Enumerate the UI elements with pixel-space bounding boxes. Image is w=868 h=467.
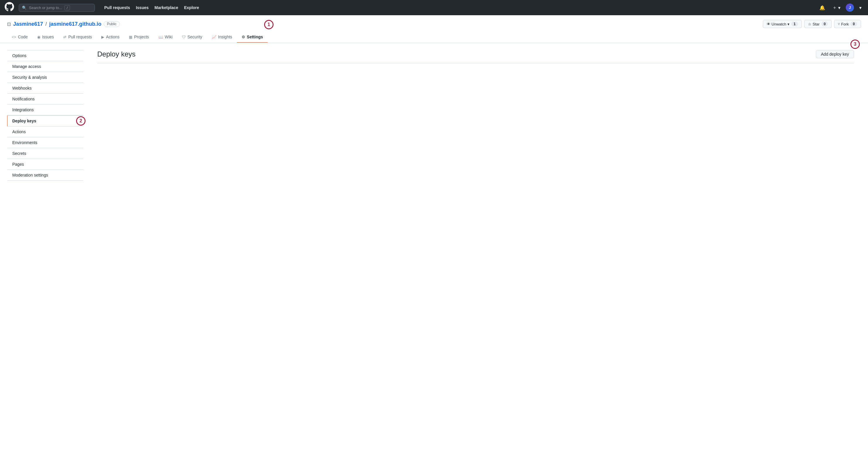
sidebar-item-integrations[interactable]: Integrations xyxy=(7,104,83,115)
wiki-icon: 📖 xyxy=(158,35,163,39)
bell-icon: 🔔 xyxy=(819,5,825,10)
projects-icon: ▦ xyxy=(129,35,132,39)
tab-wiki-label: Wiki xyxy=(165,35,173,39)
chevron-down-icon: ▾ xyxy=(838,5,840,10)
insights-icon: 📈 xyxy=(212,35,216,39)
separator: / xyxy=(45,21,47,27)
page-title: Deploy keys xyxy=(97,50,135,58)
tab-security[interactable]: 🛡 Security xyxy=(177,32,207,43)
star-icon: ☆ xyxy=(808,22,811,26)
repo-icon: ⊡ xyxy=(7,21,11,27)
watch-button[interactable]: 👁 Unwatch ▾ 1 xyxy=(763,20,802,28)
nav-explore[interactable]: Explore xyxy=(182,3,201,12)
settings-icon: ⚙ xyxy=(242,35,245,39)
search-bar[interactable]: 🔍 Search or jump to... / xyxy=(19,4,95,12)
tab-pr-label: Pull requests xyxy=(68,35,92,39)
tab-issues[interactable]: ◉ Issues xyxy=(32,32,59,43)
nav-links: Pull requests Issues Marketplace Explore xyxy=(102,3,202,12)
sidebar-item-notifications[interactable]: Notifications xyxy=(7,94,83,104)
visibility-badge: Public xyxy=(104,21,120,27)
tab-pull-requests[interactable]: ⇄ Pull requests xyxy=(59,32,97,43)
sidebar-item-options[interactable]: Options xyxy=(7,50,83,61)
sidebar-item-security-analysis[interactable]: Security & analysis xyxy=(7,72,83,83)
plus-icon: ＋ xyxy=(832,5,837,11)
tab-projects[interactable]: ▦ Projects xyxy=(124,32,154,43)
settings-sidebar: Options Manage access Security & analysi… xyxy=(7,50,83,456)
repo-header: ⊡ Jasmine617 / jasmine617.github.io Publ… xyxy=(0,15,868,43)
github-logo xyxy=(5,2,14,13)
eye-icon: 👁 xyxy=(767,22,771,26)
nav-issues[interactable]: Issues xyxy=(133,3,151,12)
sidebar-item-secrets[interactable]: Secrets xyxy=(7,148,83,159)
settings-header: Deploy keys Add deploy key 3 xyxy=(97,50,854,63)
nav-pull-requests[interactable]: Pull requests xyxy=(102,3,132,12)
tab-insights[interactable]: 📈 Insights xyxy=(207,32,237,43)
annotation-1: 1 xyxy=(264,20,274,29)
tab-wiki[interactable]: 📖 Wiki xyxy=(154,32,177,43)
watch-label: Unwatch xyxy=(772,22,786,26)
code-icon: <> xyxy=(12,35,16,39)
tab-actions-label: Actions xyxy=(106,35,120,39)
star-button[interactable]: ☆ Star 0 xyxy=(804,20,832,28)
avatar-dropdown[interactable]: ▾ xyxy=(858,4,863,12)
repo-tabs: <> Code ◉ Issues ⇄ Pull requests ▶ Actio… xyxy=(7,32,861,43)
actions-icon: ▶ xyxy=(101,35,104,39)
sidebar-deploy-keys-wrapper: Deploy keys 2 xyxy=(7,115,83,126)
top-nav-right: 🔔 ＋ ▾ J ▾ xyxy=(818,3,863,12)
sidebar-item-moderation[interactable]: Moderation settings xyxy=(7,170,83,181)
tab-projects-label: Projects xyxy=(134,35,149,39)
notifications-button[interactable]: 🔔 xyxy=(818,4,827,12)
search-placeholder: Search or jump to... xyxy=(29,6,62,10)
fork-button[interactable]: ⑂ Fork 0 xyxy=(834,20,861,28)
search-icon: 🔍 xyxy=(22,6,27,10)
add-deploy-key-button[interactable]: Add deploy key xyxy=(816,50,854,58)
star-count: 0 xyxy=(822,22,828,26)
settings-panel: Deploy keys Add deploy key 3 xyxy=(90,50,861,456)
new-button[interactable]: ＋ ▾ xyxy=(831,3,842,12)
sidebar-item-manage-access[interactable]: Manage access xyxy=(7,61,83,72)
tab-issues-label: Issues xyxy=(42,35,54,39)
tab-security-label: Security xyxy=(187,35,203,39)
avatar-initials: J xyxy=(849,6,851,10)
main-content: Options Manage access Security & analysi… xyxy=(0,43,868,463)
chevron-down-icon-avatar: ▾ xyxy=(859,5,862,10)
annotation-3: 3 xyxy=(850,39,860,49)
fork-label: Fork xyxy=(841,22,849,26)
tab-settings-label: Settings xyxy=(247,35,263,39)
tab-settings[interactable]: ⚙ Settings xyxy=(237,32,268,43)
tab-insights-label: Insights xyxy=(218,35,232,39)
tab-actions[interactable]: ▶ Actions xyxy=(97,32,124,43)
avatar[interactable]: J xyxy=(846,3,854,12)
fork-icon: ⑂ xyxy=(838,22,840,26)
tab-code-label: Code xyxy=(18,35,28,39)
sidebar-item-actions[interactable]: Actions xyxy=(7,126,83,137)
issue-icon: ◉ xyxy=(37,35,40,39)
security-icon: 🛡 xyxy=(182,35,186,39)
star-label: Star xyxy=(813,22,820,26)
fork-count: 0 xyxy=(850,22,857,26)
pr-icon: ⇄ xyxy=(63,35,66,39)
repo-title-row: ⊡ Jasmine617 / jasmine617.github.io Publ… xyxy=(7,20,861,28)
sidebar-item-webhooks[interactable]: Webhooks xyxy=(7,83,83,94)
search-shortcut: / xyxy=(64,5,70,10)
chevron-down-icon-watch: ▾ xyxy=(787,22,789,26)
repo-owner-link[interactable]: Jasmine617 xyxy=(13,21,43,27)
sidebar-item-pages[interactable]: Pages xyxy=(7,159,83,170)
repo-name-link[interactable]: jasmine617.github.io xyxy=(49,21,101,27)
sidebar-item-environments[interactable]: Environments xyxy=(7,137,83,148)
repo-actions: 👁 Unwatch ▾ 1 ☆ Star 0 ⑂ Fork 0 xyxy=(763,20,861,28)
watch-count: 1 xyxy=(791,22,798,26)
top-nav: 🔍 Search or jump to... / Pull requests I… xyxy=(0,0,868,15)
annotation-2: 2 xyxy=(76,116,86,126)
nav-marketplace[interactable]: Marketplace xyxy=(152,3,181,12)
tab-code[interactable]: <> Code xyxy=(7,32,32,43)
sidebar-item-deploy-keys[interactable]: Deploy keys xyxy=(7,115,83,126)
